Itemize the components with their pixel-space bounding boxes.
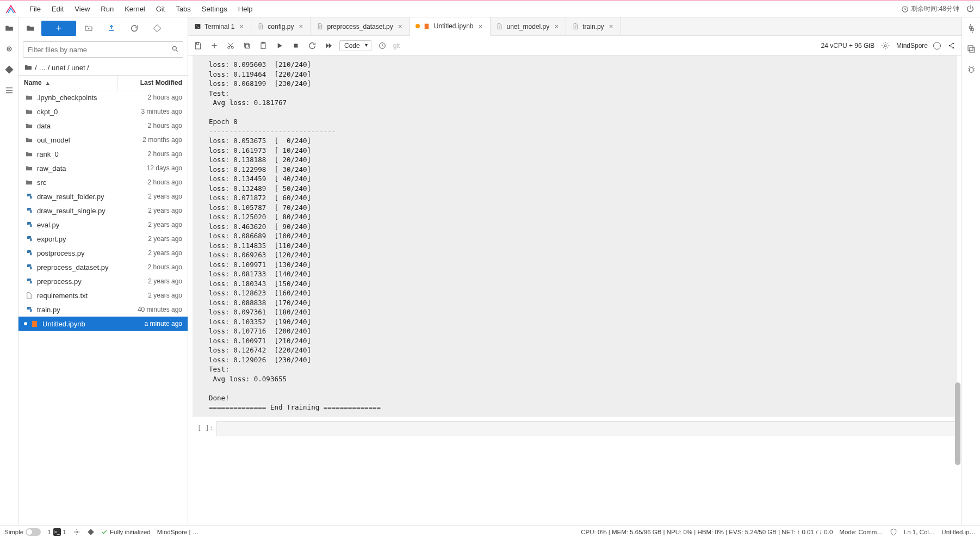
file-row[interactable]: preprocess.py2 years ago: [18, 274, 188, 288]
code-cell[interactable]: [ ]:: [193, 421, 957, 436]
git-icon[interactable]: [4, 64, 15, 75]
close-icon[interactable]: ×: [238, 23, 245, 30]
close-icon[interactable]: ×: [396, 23, 404, 30]
folder-icon: [24, 150, 34, 158]
run-icon[interactable]: [274, 40, 285, 51]
file-modified: 2 hours ago: [117, 263, 182, 271]
file-row[interactable]: draw_result_folder.py2 years ago: [18, 189, 188, 203]
python-icon: [24, 221, 34, 229]
paste-icon[interactable]: [258, 40, 269, 51]
file-row[interactable]: rank_02 hours ago: [18, 147, 188, 161]
header-modified[interactable]: Last Modified: [117, 76, 188, 90]
svg-rect-5: [195, 24, 200, 29]
toc-icon[interactable]: [4, 85, 15, 96]
notebook-body[interactable]: loss: 0.095603 [210/240] loss: 0.119464 …: [188, 55, 962, 525]
close-icon[interactable]: ×: [297, 23, 305, 30]
insert-cell-icon[interactable]: [209, 40, 220, 51]
new-folder-icon[interactable]: [78, 21, 99, 36]
kernel-name[interactable]: MindSpore: [896, 42, 928, 50]
menu-git[interactable]: Git: [151, 3, 171, 15]
power-icon[interactable]: [966, 4, 976, 14]
restart-icon[interactable]: [307, 40, 318, 51]
menu-help[interactable]: Help: [233, 3, 258, 15]
file-name: raw_data: [37, 164, 117, 172]
trust-icon[interactable]: [890, 528, 897, 536]
file-name: requirements.txt: [37, 292, 117, 300]
new-launcher-button[interactable]: +: [41, 21, 76, 36]
lncol-status[interactable]: Ln 1, Col…: [904, 529, 935, 535]
restart-run-icon[interactable]: [323, 40, 334, 51]
breadcrumb[interactable]: / … / unet / unet /: [18, 60, 188, 75]
file-row[interactable]: eval.py2 years ago: [18, 218, 188, 232]
file-name: draw_result_single.py: [37, 207, 117, 215]
file-row[interactable]: train.py40 minutes ago: [18, 302, 188, 317]
file-name: preprocess_dataset.py: [37, 263, 117, 271]
upload-icon[interactable]: [101, 21, 122, 36]
file-row[interactable]: postprocess.py2 years ago: [18, 246, 188, 260]
python-icon: [24, 306, 34, 314]
file-row[interactable]: ckpt_03 minutes ago: [18, 104, 188, 119]
debugger-icon[interactable]: [966, 64, 977, 75]
kernel-status-icon[interactable]: [933, 42, 941, 50]
filename-status[interactable]: Untitled.ip…: [941, 529, 976, 535]
running-icon[interactable]: [4, 44, 15, 54]
cell-type-select[interactable]: Code: [339, 40, 371, 51]
close-icon[interactable]: ×: [477, 22, 485, 30]
scrollbar[interactable]: [954, 60, 962, 521]
git-clone-icon[interactable]: [147, 21, 168, 36]
cell-editor[interactable]: [216, 421, 957, 436]
menu-edit[interactable]: Edit: [46, 3, 69, 15]
close-icon[interactable]: ×: [607, 23, 615, 30]
copy-icon[interactable]: [241, 40, 252, 51]
file-row[interactable]: data2 hours ago: [18, 119, 188, 133]
file-row[interactable]: export.py2 years ago: [18, 232, 188, 246]
python-icon: [24, 207, 34, 215]
folder-icon: [24, 178, 34, 187]
stop-icon[interactable]: [290, 40, 301, 51]
file-row[interactable]: Untitled.ipynba minute ago: [18, 317, 188, 331]
file-row[interactable]: preprocess_dataset.py2 hours ago: [18, 260, 188, 274]
open-folder-icon[interactable]: [22, 21, 39, 36]
file-modified: 2 years ago: [117, 249, 182, 257]
file-modified: 2 hours ago: [117, 178, 182, 186]
sessions-icon[interactable]: [966, 44, 977, 54]
git-branch-icon[interactable]: [87, 528, 95, 536]
file-row[interactable]: src2 hours ago: [18, 175, 188, 189]
file-row[interactable]: draw_result_single.py2 years ago: [18, 203, 188, 218]
tab-config-py[interactable]: config.py×: [251, 17, 311, 35]
cell-prompt: [ ]:: [193, 421, 216, 436]
file-row[interactable]: raw_data12 days ago: [18, 161, 188, 175]
tab-train-py[interactable]: train.py×: [566, 17, 621, 35]
tab-preprocess_dataset-py[interactable]: preprocess_dataset.py×: [311, 17, 410, 35]
svg-point-25: [76, 531, 78, 533]
tab-unet_model-py[interactable]: unet_model.py×: [491, 17, 567, 35]
menu-file[interactable]: File: [24, 3, 46, 15]
mindspore-status[interactable]: MindSpore | …: [157, 529, 199, 535]
menu-run[interactable]: Run: [95, 3, 119, 15]
menu-settings[interactable]: Settings: [196, 3, 233, 15]
file-row[interactable]: out_model2 months ago: [18, 133, 188, 147]
cut-icon[interactable]: [225, 40, 236, 51]
settings-icon[interactable]: [880, 40, 891, 51]
lsp-status-icon[interactable]: [73, 528, 80, 536]
tab-terminal-1[interactable]: Terminal 1×: [188, 17, 251, 35]
tab-untitled-ipynb[interactable]: Untitled.ipynb×: [410, 17, 491, 36]
filter-files-input[interactable]: [23, 41, 183, 58]
header-name[interactable]: Name▲: [18, 76, 117, 90]
terminal-count[interactable]: 1>_1: [47, 528, 66, 536]
file-browser-icon[interactable]: [4, 23, 15, 34]
file-row[interactable]: .ipynb_checkpoints2 hours ago: [18, 90, 188, 104]
mode-status[interactable]: Mode: Comm…: [839, 529, 883, 535]
clock-icon[interactable]: [377, 40, 388, 51]
share-icon[interactable]: [946, 40, 957, 51]
menu-tabs[interactable]: Tabs: [170, 3, 196, 15]
refresh-icon[interactable]: [124, 21, 145, 36]
simple-toggle[interactable]: Simple: [4, 528, 41, 536]
file-row[interactable]: requirements.txt2 years ago: [18, 288, 188, 302]
menu-kernel[interactable]: Kernel: [119, 3, 151, 15]
folder-icon: [24, 122, 34, 130]
menu-view[interactable]: View: [69, 3, 95, 15]
property-inspector-icon[interactable]: [966, 23, 977, 34]
save-icon[interactable]: [193, 40, 203, 51]
close-icon[interactable]: ×: [553, 23, 560, 30]
